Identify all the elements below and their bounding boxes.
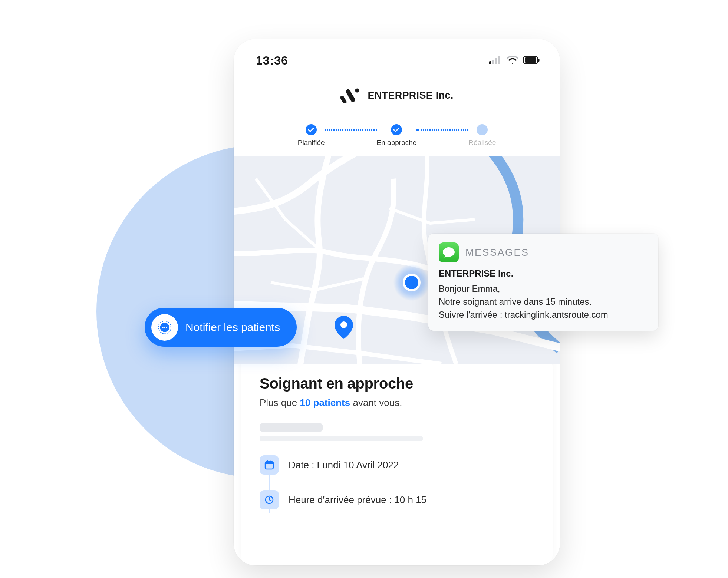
chat-bubble-icon: [151, 314, 178, 341]
company-logo-icon: [340, 88, 361, 103]
svg-rect-13: [265, 462, 273, 464]
check-icon: [306, 124, 317, 135]
svg-rect-7: [340, 95, 347, 103]
notification-line: Bonjour Emma,: [439, 283, 648, 295]
svg-point-9: [355, 89, 359, 93]
status-time: 13:36: [256, 54, 288, 67]
row-eta: Heure d'arrivée prévue : 10 h 15: [260, 490, 534, 509]
step-label: Planifiée: [298, 139, 325, 147]
notification-app-name: MESSAGES: [465, 247, 529, 258]
skeleton-placeholder: [260, 423, 534, 441]
wifi-icon: [507, 56, 518, 66]
row-date: Date : Lundi 10 Avril 2022: [260, 455, 534, 475]
progress-stepper: Planifiée En approche Réalisée: [234, 116, 560, 156]
notification-line: Notre soignant arrive dans 15 minutes.: [439, 295, 648, 308]
notify-label: Notifier les patients: [185, 321, 280, 334]
info-card: Soignant en approche Plus que 10 patient…: [241, 357, 553, 565]
notify-patients-button[interactable]: Notifier les patients: [145, 308, 297, 347]
messages-app-icon: [439, 242, 459, 262]
calendar-icon: [260, 455, 279, 475]
status-icons: [489, 56, 540, 66]
svg-rect-0: [489, 61, 491, 64]
svg-rect-14: [267, 460, 268, 463]
svg-rect-2: [495, 58, 497, 64]
svg-point-20: [164, 327, 165, 328]
sub-after: avant vous.: [350, 397, 402, 408]
svg-rect-6: [538, 59, 540, 62]
destination-pin-icon: [335, 316, 353, 340]
detail-rows: Date : Lundi 10 Avril 2022 Heure d'arriv…: [260, 455, 534, 509]
company-name: ENTERPRISE Inc.: [368, 90, 453, 101]
svg-rect-5: [525, 57, 536, 63]
row-text: Heure d'arrivée prévue : 10 h 15: [289, 494, 426, 506]
notification-popup[interactable]: MESSAGES ENTERPRISE Inc. Bonjour Emma, N…: [428, 234, 658, 331]
clock-icon: [260, 490, 279, 509]
svg-rect-1: [492, 60, 494, 64]
battery-icon: [523, 56, 540, 66]
notification-body: Bonjour Emma, Notre soignant arrive dans…: [439, 283, 648, 321]
svg-rect-3: [498, 56, 500, 64]
signal-icon: [489, 56, 502, 66]
step-connector: [325, 129, 377, 131]
card-subtitle: Plus que 10 patients avant vous.: [260, 397, 534, 409]
step-dot-future: [477, 124, 488, 135]
location-marker-icon: [393, 264, 430, 301]
card-title: Soignant en approche: [260, 375, 534, 392]
step-label: En approche: [377, 139, 417, 147]
svg-rect-15: [270, 460, 271, 463]
step-approaching: En approche: [377, 124, 417, 147]
svg-point-21: [166, 327, 167, 328]
row-text: Date : Lundi 10 Avril 2022: [289, 459, 399, 471]
notification-header: MESSAGES: [439, 242, 648, 262]
check-icon: [391, 124, 402, 135]
sub-before: Plus que: [260, 397, 300, 408]
svg-point-11: [340, 321, 347, 328]
svg-rect-8: [345, 89, 356, 103]
app-header: ENTERPRISE Inc.: [234, 75, 560, 116]
notification-title: ENTERPRISE Inc.: [439, 268, 648, 279]
notification-line: Suivre l'arrivée : trackinglink.antsrout…: [439, 308, 648, 321]
svg-point-19: [162, 327, 164, 328]
step-label: Réalisée: [468, 139, 496, 147]
status-bar: 13:36: [234, 39, 560, 75]
step-connector: [416, 129, 468, 131]
step-planned: Planifiée: [298, 124, 325, 147]
sub-highlight: 10 patients: [300, 397, 350, 408]
step-done: Réalisée: [468, 124, 496, 147]
